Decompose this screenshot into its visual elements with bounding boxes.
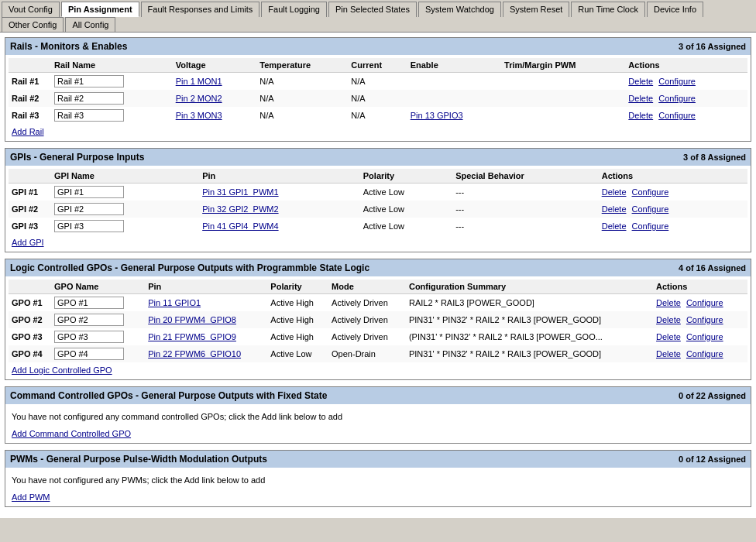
gpo-delete-link[interactable]: Delete: [656, 349, 681, 358]
gpo-configure-link[interactable]: Configure: [686, 349, 723, 358]
gpo-mode-cell: Actively Driven: [328, 328, 406, 345]
rail-row-label: Rail #2: [9, 90, 51, 107]
rails-section-body: Rail Name Voltage Temperature Current En…: [5, 55, 751, 141]
gpos-table-row: GPO #4 Pin 22 FPWM6_GPIO10 Active Low Op…: [9, 345, 747, 362]
gpo-pin-link[interactable]: Pin 20 FPWM4_GPIO8: [148, 315, 236, 324]
gpo-row-label: GPO #2: [9, 311, 51, 328]
gpos-col-mode: Mode: [328, 280, 406, 294]
add-pwm-link[interactable]: Add PWM: [12, 492, 50, 502]
gpo-configure-link[interactable]: Configure: [686, 298, 723, 307]
rail-name-input[interactable]: [54, 92, 124, 105]
tab-pin-assignment[interactable]: Pin Assignment: [61, 2, 139, 17]
rail-row-label: Rail #3: [9, 107, 51, 124]
gpi-actions-cell: Delete Configure: [599, 218, 747, 235]
gpi-actions-cell: Delete Configure: [599, 184, 747, 201]
add-rail-link[interactable]: Add Rail: [12, 127, 44, 136]
cmd-gpos-assigned-count: 0 of 22 Assigned: [679, 391, 746, 400]
add-logic-gpo-link[interactable]: Add Logic Controlled GPO: [12, 365, 112, 375]
gpos-table: GPO Name Pin Polarity Mode Configuration…: [9, 280, 747, 362]
gpi-delete-link[interactable]: Delete: [602, 187, 627, 197]
tab-fault-responses[interactable]: Fault Responses and Limits: [141, 2, 260, 17]
rail-actions-cell: Delete Configure: [625, 90, 747, 107]
gpo-pin-cell: Pin 21 FPWM5_GPIO9: [145, 328, 267, 345]
gpis-section-header: GPIs - General Purpose Inputs 3 of 8 Ass…: [5, 149, 751, 166]
gpi-configure-link[interactable]: Configure: [632, 187, 669, 197]
rail-voltage-link[interactable]: Pin 3 MON3: [176, 111, 222, 120]
gpo-pin-link[interactable]: Pin 11 GPIO1: [148, 298, 201, 307]
tab-all-config[interactable]: All Config: [65, 17, 115, 32]
gpis-section-body: GPI Name Pin Polarity Special Behavior A…: [5, 166, 751, 252]
gpo-mode-cell: Actively Driven: [328, 311, 406, 328]
gpi-pin-link[interactable]: Pin 32 GPI2_PWM2: [202, 204, 278, 214]
rail-voltage-link[interactable]: Pin 2 MON2: [176, 94, 222, 103]
gpi-delete-link[interactable]: Delete: [602, 221, 627, 231]
cmd-gpos-section: Command Controlled GPOs - General Purpos…: [5, 386, 751, 444]
gpi-delete-link[interactable]: Delete: [602, 204, 627, 214]
gpi-polarity-cell: Active Low: [360, 218, 452, 235]
gpi-configure-link[interactable]: Configure: [632, 221, 669, 231]
gpo-name-input[interactable]: [54, 314, 124, 326]
rail-delete-link[interactable]: Delete: [628, 111, 653, 120]
gpos-table-row: GPO #1 Pin 11 GPIO1 Active High Actively…: [9, 294, 747, 312]
gpi-pin-link[interactable]: Pin 41 GPI4_PWM4: [202, 221, 278, 231]
tab-vout-config[interactable]: Vout Config: [2, 2, 60, 17]
gpi-special-cell: ---: [452, 218, 599, 235]
rail-enable-link[interactable]: Pin 13 GPIO3: [411, 111, 463, 120]
tab-device-info[interactable]: Device Info: [647, 2, 703, 17]
gpi-name-input[interactable]: [54, 203, 124, 215]
gpi-polarity-cell: Active Low: [360, 201, 452, 218]
tab-system-watchdog[interactable]: System Watchdog: [418, 2, 501, 17]
gpo-pin-link[interactable]: Pin 21 FPWM5_GPIO9: [148, 332, 236, 341]
gpo-name-input[interactable]: [54, 297, 124, 309]
gpis-col-name: GPI Name: [51, 169, 199, 184]
rail-configure-link[interactable]: Configure: [658, 111, 696, 120]
gpos-section-header: Logic Controlled GPOs - General Purpose …: [5, 259, 751, 276]
gpo-config-cell: PIN31' * PIN32' * RAIL2 * RAIL3 [POWER_G…: [406, 345, 653, 362]
tab-other-config[interactable]: Other Config: [2, 17, 64, 32]
gpo-delete-link[interactable]: Delete: [656, 298, 681, 307]
gpo-configure-link[interactable]: Configure: [686, 315, 723, 324]
rails-table-row: Rail #2 Pin 2 MON2 N/A N/A Delete Config…: [9, 90, 747, 107]
add-cmd-gpo-link[interactable]: Add Command Controlled GPO: [12, 429, 131, 438]
tab-fault-logging[interactable]: Fault Logging: [261, 2, 327, 17]
rail-delete-link[interactable]: Delete: [628, 77, 653, 86]
gpo-delete-link[interactable]: Delete: [656, 332, 681, 341]
gpi-name-input[interactable]: [54, 220, 124, 232]
gpos-assigned-count: 4 of 16 Assigned: [679, 263, 746, 273]
rail-delete-link[interactable]: Delete: [628, 94, 653, 103]
rail-name-input[interactable]: [54, 109, 124, 122]
cmd-gpos-no-config-msg: You have not configured any command cont…: [9, 407, 747, 426]
gpo-delete-link[interactable]: Delete: [656, 315, 681, 324]
rails-section-title: Rails - Monitors & Enables: [10, 41, 127, 52]
rails-section-header: Rails - Monitors & Enables 3 of 16 Assig…: [5, 38, 751, 55]
gpi-row-label: GPI #1: [9, 184, 51, 201]
gpi-configure-link[interactable]: Configure: [632, 204, 669, 214]
tab-pin-selected-states[interactable]: Pin Selected States: [328, 2, 417, 17]
gpis-col-actions: Actions: [599, 169, 747, 184]
rail-enable-cell: [407, 73, 501, 91]
rail-current-cell: N/A: [348, 90, 407, 107]
add-gpi-link[interactable]: Add GPI: [12, 238, 44, 247]
rail-temperature-cell: N/A: [256, 90, 348, 107]
gpis-table-row: GPI #1 Pin 31 GPI1_PWM1 Active Low --- D…: [9, 184, 747, 201]
gpos-table-row: GPO #2 Pin 20 FPWM4_GPIO8 Active High Ac…: [9, 311, 747, 328]
tab-run-time-clock[interactable]: Run Time Clock: [571, 2, 645, 17]
rail-configure-link[interactable]: Configure: [658, 77, 696, 86]
gpo-configure-link[interactable]: Configure: [686, 332, 723, 341]
gpi-pin-link[interactable]: Pin 31 GPI1_PWM1: [202, 187, 278, 197]
gpo-name-input[interactable]: [54, 331, 124, 343]
rail-voltage-link[interactable]: Pin 1 MON1: [176, 77, 222, 86]
gpo-actions-cell: Delete Configure: [653, 345, 747, 362]
gpi-name-input[interactable]: [54, 186, 124, 198]
rails-col-name: Rail Name: [51, 58, 173, 73]
pwms-assigned-count: 0 of 12 Assigned: [679, 455, 746, 464]
gpo-polarity-cell: Active High: [267, 311, 328, 328]
gpo-pin-link[interactable]: Pin 22 FPWM6_GPIO10: [148, 349, 241, 358]
rail-name-input[interactable]: [54, 75, 124, 87]
gpo-name-input[interactable]: [54, 348, 124, 360]
gpos-section-title: Logic Controlled GPOs - General Purpose …: [10, 262, 369, 273]
rail-configure-link[interactable]: Configure: [658, 94, 696, 103]
tab-system-reset[interactable]: System Reset: [503, 2, 569, 17]
rails-col-current: Current: [348, 58, 407, 73]
gpos-col-config: Configuration Summary: [406, 280, 653, 294]
